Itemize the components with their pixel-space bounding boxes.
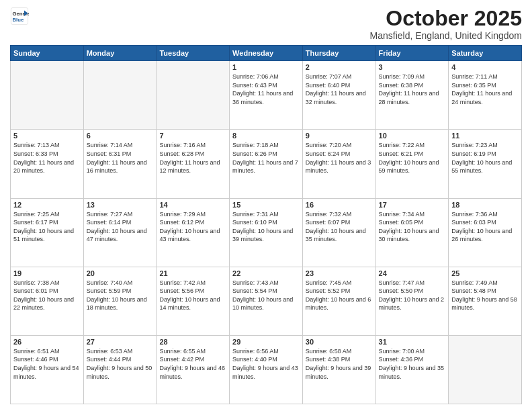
table-row: 29Sunrise: 6:56 AMSunset: 4:40 PMDayligh… <box>230 335 303 404</box>
day-number: 2 <box>306 63 373 71</box>
day-info: Sunrise: 7:14 AMSunset: 6:31 PMDaylight:… <box>87 141 154 175</box>
day-info: Sunrise: 7:00 AMSunset: 4:36 PMDaylight:… <box>379 347 446 381</box>
day-number: 18 <box>451 201 519 209</box>
table-row: 12Sunrise: 7:25 AMSunset: 6:17 PMDayligh… <box>11 198 84 267</box>
day-number: 5 <box>13 132 81 140</box>
day-info: Sunrise: 6:58 AMSunset: 4:38 PMDaylight:… <box>306 347 373 381</box>
day-info: Sunrise: 6:56 AMSunset: 4:40 PMDaylight:… <box>232 347 300 381</box>
day-number: 9 <box>306 132 373 140</box>
day-number: 15 <box>232 201 300 209</box>
table-row: 23Sunrise: 7:45 AMSunset: 5:52 PMDayligh… <box>302 267 375 335</box>
table-row: 17Sunrise: 7:34 AMSunset: 6:05 PMDayligh… <box>375 198 449 267</box>
table-row: 28Sunrise: 6:55 AMSunset: 4:42 PMDayligh… <box>157 335 230 404</box>
day-info: Sunrise: 7:27 AMSunset: 6:14 PMDaylight:… <box>87 210 154 244</box>
table-row: 7Sunrise: 7:16 AMSunset: 6:28 PMDaylight… <box>157 130 230 198</box>
day-info: Sunrise: 6:55 AMSunset: 4:42 PMDaylight:… <box>159 347 226 381</box>
col-wednesday: Wednesday <box>230 46 303 61</box>
table-row: 20Sunrise: 7:40 AMSunset: 5:59 PMDayligh… <box>83 267 157 335</box>
day-info: Sunrise: 7:11 AMSunset: 6:35 PMDaylight:… <box>451 73 519 106</box>
day-info: Sunrise: 7:47 AMSunset: 5:50 PMDaylight:… <box>379 279 446 312</box>
day-number: 12 <box>13 201 81 209</box>
day-number: 10 <box>379 132 446 140</box>
col-thursday: Thursday <box>302 46 375 61</box>
day-number: 14 <box>159 201 226 209</box>
table-row: 10Sunrise: 7:22 AMSunset: 6:21 PMDayligh… <box>375 130 449 198</box>
day-number: 3 <box>379 63 446 71</box>
day-info: Sunrise: 7:29 AMSunset: 6:12 PMDaylight:… <box>159 210 226 244</box>
table-row: 4Sunrise: 7:11 AMSunset: 6:35 PMDaylight… <box>449 61 522 130</box>
day-number: 11 <box>451 132 519 140</box>
table-row: 13Sunrise: 7:27 AMSunset: 6:14 PMDayligh… <box>83 198 157 267</box>
day-number: 16 <box>306 201 373 209</box>
day-info: Sunrise: 7:31 AMSunset: 6:10 PMDaylight:… <box>232 210 300 244</box>
table-row <box>11 61 84 130</box>
day-info: Sunrise: 7:06 AMSunset: 6:43 PMDaylight:… <box>232 73 300 106</box>
day-number: 19 <box>13 269 81 277</box>
table-row: 22Sunrise: 7:43 AMSunset: 5:54 PMDayligh… <box>230 267 303 335</box>
col-sunday: Sunday <box>11 46 84 61</box>
page: General Blue October 2025 Mansfield, Eng… <box>0 0 532 411</box>
day-info: Sunrise: 6:51 AMSunset: 4:46 PMDaylight:… <box>13 347 81 381</box>
table-row: 19Sunrise: 7:38 AMSunset: 6:01 PMDayligh… <box>11 267 84 335</box>
table-row <box>83 61 157 130</box>
day-number: 1 <box>232 63 300 71</box>
day-info: Sunrise: 7:43 AMSunset: 5:54 PMDaylight:… <box>232 279 300 312</box>
day-number: 26 <box>13 338 81 346</box>
table-row: 31Sunrise: 7:00 AMSunset: 4:36 PMDayligh… <box>375 335 449 404</box>
day-number: 22 <box>232 269 300 277</box>
day-info: Sunrise: 7:49 AMSunset: 5:48 PMDaylight:… <box>451 279 519 312</box>
day-number: 27 <box>87 338 154 346</box>
day-number: 24 <box>379 269 446 277</box>
day-info: Sunrise: 7:20 AMSunset: 6:24 PMDaylight:… <box>306 141 373 175</box>
col-saturday: Saturday <box>449 46 522 61</box>
calendar-header-row: Sunday Monday Tuesday Wednesday Thursday… <box>11 46 522 61</box>
table-row <box>449 335 522 404</box>
day-number: 25 <box>451 269 519 277</box>
calendar-week-4: 26Sunrise: 6:51 AMSunset: 4:46 PMDayligh… <box>11 335 522 404</box>
calendar-week-1: 5Sunrise: 7:13 AMSunset: 6:33 PMDaylight… <box>11 130 522 198</box>
day-info: Sunrise: 7:13 AMSunset: 6:33 PMDaylight:… <box>13 141 81 175</box>
table-row: 14Sunrise: 7:29 AMSunset: 6:12 PMDayligh… <box>157 198 230 267</box>
day-info: Sunrise: 7:45 AMSunset: 5:52 PMDaylight:… <box>306 279 373 312</box>
day-number: 4 <box>451 63 519 71</box>
table-row: 16Sunrise: 7:32 AMSunset: 6:07 PMDayligh… <box>302 198 375 267</box>
calendar-week-3: 19Sunrise: 7:38 AMSunset: 6:01 PMDayligh… <box>11 267 522 335</box>
table-row: 3Sunrise: 7:09 AMSunset: 6:38 PMDaylight… <box>375 61 449 130</box>
col-tuesday: Tuesday <box>157 46 230 61</box>
day-number: 21 <box>159 269 226 277</box>
day-number: 13 <box>87 201 154 209</box>
day-number: 7 <box>159 132 226 140</box>
table-row: 1Sunrise: 7:06 AMSunset: 6:43 PMDaylight… <box>230 61 303 130</box>
day-number: 30 <box>306 338 373 346</box>
col-monday: Monday <box>83 46 157 61</box>
day-info: Sunrise: 7:23 AMSunset: 6:19 PMDaylight:… <box>451 141 519 175</box>
day-info: Sunrise: 7:07 AMSunset: 6:40 PMDaylight:… <box>306 73 373 106</box>
day-info: Sunrise: 7:34 AMSunset: 6:05 PMDaylight:… <box>379 210 446 244</box>
day-info: Sunrise: 7:16 AMSunset: 6:28 PMDaylight:… <box>159 141 226 175</box>
table-row: 25Sunrise: 7:49 AMSunset: 5:48 PMDayligh… <box>449 267 522 335</box>
day-number: 31 <box>379 338 446 346</box>
table-row: 11Sunrise: 7:23 AMSunset: 6:19 PMDayligh… <box>449 130 522 198</box>
day-number: 8 <box>232 132 300 140</box>
day-info: Sunrise: 7:25 AMSunset: 6:17 PMDaylight:… <box>13 210 81 244</box>
day-number: 20 <box>87 269 154 277</box>
table-row: 6Sunrise: 7:14 AMSunset: 6:31 PMDaylight… <box>83 130 157 198</box>
day-info: Sunrise: 7:32 AMSunset: 6:07 PMDaylight:… <box>306 210 373 244</box>
day-info: Sunrise: 7:22 AMSunset: 6:21 PMDaylight:… <box>379 141 446 175</box>
logo: General Blue <box>10 7 29 26</box>
title-block: October 2025 Mansfield, England, United … <box>370 7 522 41</box>
table-row: 27Sunrise: 6:53 AMSunset: 4:44 PMDayligh… <box>83 335 157 404</box>
day-info: Sunrise: 6:53 AMSunset: 4:44 PMDaylight:… <box>87 347 154 381</box>
table-row: 24Sunrise: 7:47 AMSunset: 5:50 PMDayligh… <box>375 267 449 335</box>
day-info: Sunrise: 7:36 AMSunset: 6:03 PMDaylight:… <box>451 210 519 244</box>
col-friday: Friday <box>375 46 449 61</box>
month-title: October 2025 <box>370 7 522 30</box>
table-row: 15Sunrise: 7:31 AMSunset: 6:10 PMDayligh… <box>230 198 303 267</box>
table-row: 5Sunrise: 7:13 AMSunset: 6:33 PMDaylight… <box>11 130 84 198</box>
calendar: Sunday Monday Tuesday Wednesday Thursday… <box>10 45 522 404</box>
calendar-week-2: 12Sunrise: 7:25 AMSunset: 6:17 PMDayligh… <box>11 198 522 267</box>
calendar-week-0: 1Sunrise: 7:06 AMSunset: 6:43 PMDaylight… <box>11 61 522 130</box>
header: General Blue October 2025 Mansfield, Eng… <box>10 7 522 41</box>
table-row: 21Sunrise: 7:42 AMSunset: 5:56 PMDayligh… <box>157 267 230 335</box>
svg-text:Blue: Blue <box>13 17 24 23</box>
